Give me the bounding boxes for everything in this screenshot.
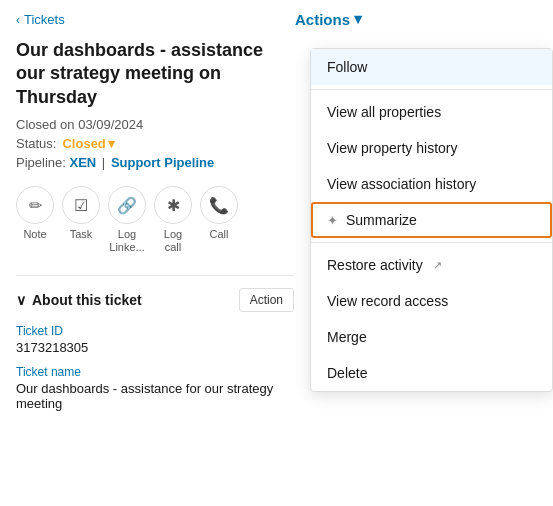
action-task[interactable]: ☑ Task (62, 186, 100, 254)
menu-item-view-all-properties[interactable]: View all properties (311, 94, 552, 130)
actions-label: Actions (295, 11, 350, 28)
pipeline-support[interactable]: Support Pipeline (111, 155, 214, 170)
about-title: ∨ About this ticket (16, 292, 142, 308)
back-label: Tickets (24, 12, 65, 27)
ticket-id-label: Ticket ID (16, 324, 294, 338)
log-call-icon: ✱ (154, 186, 192, 224)
note-icon: ✏ (16, 186, 54, 224)
action-log-call[interactable]: ✱ Logcall (154, 186, 192, 254)
action-log-link[interactable]: 🔗 LogLinke... (108, 186, 146, 254)
summarize-icon: ✦ (327, 213, 338, 228)
menu-item-delete[interactable]: Delete (311, 355, 552, 391)
task-label: Task (70, 228, 93, 241)
ticket-title: Our dashboards - assistance our strategy… (16, 39, 294, 109)
summarize-label: Summarize (346, 212, 417, 228)
call-label: Call (210, 228, 229, 241)
menu-item-view-association-history[interactable]: View association history (311, 166, 552, 202)
about-section: ∨ About this ticket Action Ticket ID 317… (16, 275, 294, 411)
about-actions-button[interactable]: Action (239, 288, 294, 312)
status-value: Closed (62, 136, 105, 151)
ticket-id-value: 3173218305 (16, 340, 294, 355)
pipeline-row: Pipeline: XEN | Support Pipeline (16, 155, 294, 170)
ticket-closed-date: Closed on 03/09/2024 (16, 117, 294, 132)
log-link-label: LogLinke... (109, 228, 144, 254)
status-chevron-icon: ▾ (108, 136, 115, 151)
pipeline-xen[interactable]: XEN (70, 155, 97, 170)
actions-button[interactable]: Actions ▾ (295, 10, 362, 28)
back-link[interactable]: ‹ Tickets (16, 12, 294, 27)
status-badge[interactable]: Closed ▾ (62, 136, 114, 151)
action-call[interactable]: 📞 Call (200, 186, 238, 254)
view-record-access-label: View record access (327, 293, 448, 309)
back-chevron-icon: ‹ (16, 13, 20, 27)
merge-label: Merge (327, 329, 367, 345)
action-note[interactable]: ✏ Note (16, 186, 54, 254)
pipeline-label: Pipeline: (16, 155, 66, 170)
left-panel: ‹ Tickets Our dashboards - assistance ou… (0, 0, 310, 506)
task-icon: ☑ (62, 186, 100, 224)
menu-item-view-record-access[interactable]: View record access (311, 283, 552, 319)
about-chevron-icon: ∨ (16, 292, 26, 308)
menu-divider-1 (311, 89, 552, 90)
log-link-icon: 🔗 (108, 186, 146, 224)
ticket-name-value: Our dashboards - assistance for our stra… (16, 381, 294, 411)
menu-divider-2 (311, 242, 552, 243)
menu-item-summarize[interactable]: ✦ Summarize (311, 202, 552, 238)
delete-label: Delete (327, 365, 367, 381)
menu-item-view-property-history[interactable]: View property history (311, 130, 552, 166)
pipeline-separator: | (102, 155, 105, 170)
menu-item-merge[interactable]: Merge (311, 319, 552, 355)
view-property-history-label: View property history (327, 140, 457, 156)
view-all-properties-label: View all properties (327, 104, 441, 120)
view-association-history-label: View association history (327, 176, 476, 192)
external-link-icon: ↗ (433, 259, 442, 272)
actions-dropdown-menu: Follow View all properties View property… (310, 48, 553, 392)
call-icon: 📞 (200, 186, 238, 224)
status-label: Status: (16, 136, 56, 151)
ticket-name-label: Ticket name (16, 365, 294, 379)
menu-item-restore-activity[interactable]: Restore activity ↗ (311, 247, 552, 283)
note-label: Note (23, 228, 46, 241)
log-call-label: Logcall (164, 228, 182, 254)
about-header: ∨ About this ticket Action (16, 288, 294, 312)
restore-activity-label: Restore activity (327, 257, 423, 273)
actions-chevron-icon: ▾ (354, 10, 362, 28)
action-icons-row: ✏ Note ☑ Task 🔗 LogLinke... ✱ Logcall 📞 … (16, 186, 294, 254)
ticket-status-row: Status: Closed ▾ (16, 136, 294, 151)
menu-item-follow[interactable]: Follow (311, 49, 552, 85)
follow-label: Follow (327, 59, 367, 75)
